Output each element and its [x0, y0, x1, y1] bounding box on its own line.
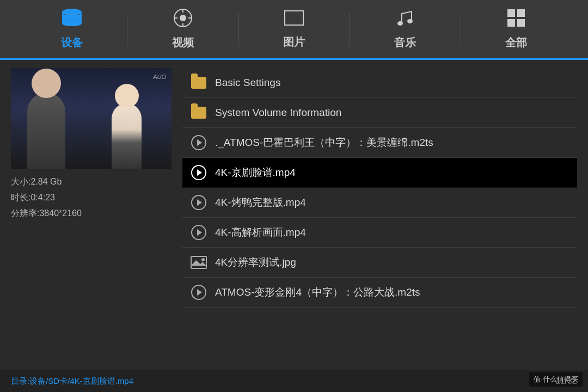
- list-item[interactable]: System Volume Information: [182, 98, 577, 128]
- play-icon: [191, 164, 207, 181]
- svg-rect-13: [507, 19, 515, 27]
- music-icon: [395, 8, 415, 31]
- list-item[interactable]: 4K分辨率测试.jpg: [182, 248, 577, 278]
- nav-item-all[interactable]: 全部: [461, 0, 572, 58]
- svg-rect-12: [517, 9, 525, 17]
- svg-marker-16: [191, 260, 206, 266]
- list-item-selected[interactable]: 4K-京剧脸谱.mp4: [182, 158, 577, 188]
- list-item[interactable]: ._ATMOS-巴霍巴利王（中字）：美景缠绵.m2ts: [182, 128, 577, 158]
- svg-rect-14: [517, 19, 525, 27]
- folder-icon: [191, 75, 207, 91]
- play-icon: [191, 134, 207, 151]
- film-icon: [172, 8, 194, 31]
- play-icon: [191, 284, 207, 301]
- file-item-name: 4K分辨率测试.jpg: [215, 255, 569, 270]
- file-item-name: System Volume Information: [215, 107, 569, 119]
- svg-point-2: [180, 15, 186, 21]
- file-list: Basic Settings System Volume Information…: [182, 68, 577, 308]
- status-bar: 目录:设备/SD卡/4K-京剧脸谱.mp4 11/32: [0, 370, 588, 392]
- svg-rect-7: [285, 11, 303, 25]
- right-panel: Basic Settings System Volume Information…: [182, 68, 577, 362]
- watermark: 值·什么值得买: [529, 372, 583, 387]
- nav-item-photo[interactable]: 图片: [238, 0, 349, 58]
- list-item[interactable]: 4K-烤鸭完整版.mp4: [182, 188, 577, 218]
- svg-rect-11: [507, 9, 515, 17]
- grid-icon: [506, 8, 526, 31]
- file-duration: 时长:0:4:23: [11, 190, 171, 206]
- file-item-name: ._ATMOS-巴霍巴利王（中字）：美景缠绵.m2ts: [215, 136, 569, 150]
- list-item[interactable]: Basic Settings: [182, 68, 577, 98]
- file-info: 大小:2.84 Gb 时长:0:4:23 分辨率:3840*2160: [11, 174, 171, 221]
- svg-rect-15: [191, 256, 206, 268]
- svg-point-10: [407, 19, 413, 23]
- file-size: 大小:2.84 Gb: [11, 174, 171, 190]
- directory-path: 目录:设备/SD卡/4K-京剧脸谱.mp4: [11, 376, 133, 387]
- file-item-name: Basic Settings: [215, 77, 569, 89]
- navigation-bar: 设备 视频 图片: [0, 0, 588, 60]
- file-resolution: 分辨率:3840*2160: [11, 206, 171, 222]
- auo-watermark: AUO: [153, 74, 166, 80]
- video-thumbnail: AUO: [11, 68, 171, 169]
- nav-label-photo: 图片: [283, 35, 305, 50]
- file-item-name: 4K-京剧脸谱.mp4: [215, 166, 569, 180]
- list-item[interactable]: ATMOS-变形金刚4（中字）：公路大战.m2ts: [182, 278, 577, 308]
- watermark-text: 值·什么值得买: [534, 375, 578, 383]
- file-item-name: 4K-烤鸭完整版.mp4: [215, 195, 569, 210]
- nav-item-device[interactable]: 设备: [16, 0, 127, 58]
- database-icon: [61, 8, 83, 31]
- play-icon: [191, 224, 207, 241]
- left-panel: AUO 大小:2.84 Gb 时长:0:4:23 分辨率:3840*2160: [11, 68, 171, 362]
- file-item-name: ATMOS-变形金刚4（中字）：公路大战.m2ts: [215, 285, 569, 299]
- play-icon: [191, 194, 207, 211]
- svg-point-9: [397, 21, 403, 26]
- main-content: AUO 大小:2.84 Gb 时长:0:4:23 分辨率:3840*2160 B…: [0, 60, 588, 370]
- nav-label-video: 视频: [172, 35, 194, 50]
- nav-item-video[interactable]: 视频: [127, 0, 238, 58]
- image-icon: [191, 254, 207, 271]
- nav-label-all: 全部: [505, 35, 527, 50]
- nav-label-music: 音乐: [394, 35, 416, 50]
- nav-item-music[interactable]: 音乐: [350, 0, 461, 58]
- list-item[interactable]: 4K-高解析画面.mp4: [182, 218, 577, 248]
- file-item-name: 4K-高解析画面.mp4: [215, 225, 569, 240]
- picture-icon: [284, 9, 304, 30]
- svg-point-0: [62, 9, 82, 15]
- svg-point-17: [201, 258, 205, 261]
- nav-label-device: 设备: [61, 35, 83, 50]
- folder-icon: [191, 105, 207, 121]
